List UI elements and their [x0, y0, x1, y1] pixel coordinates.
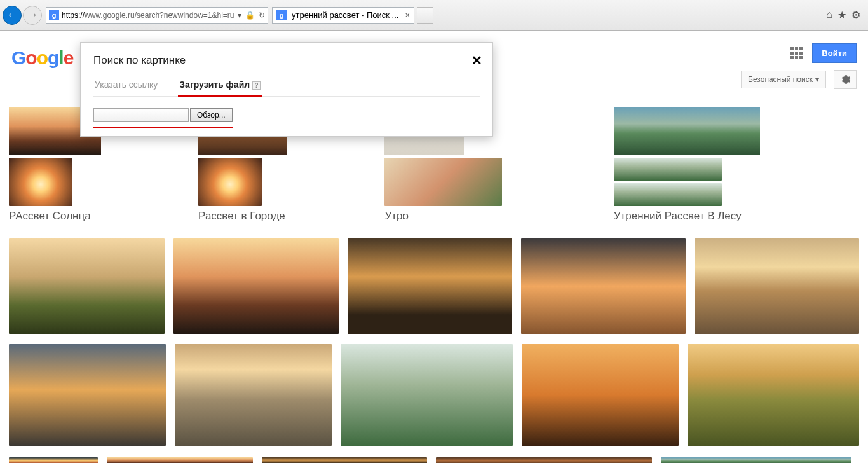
header-right: Войти [790, 43, 857, 63]
safe-search-dropdown[interactable]: Безопасный поиск▾ [741, 71, 826, 88]
signin-button[interactable]: Войти [812, 43, 857, 63]
highlight-underline [93, 127, 233, 128]
nav-forward-button[interactable]: → [23, 6, 42, 25]
refresh-icon[interactable]: ↻ [259, 11, 265, 20]
related-thumb[interactable] [198, 158, 262, 206]
related-thumb[interactable] [384, 158, 502, 206]
image-result[interactable] [661, 457, 851, 463]
dialog-tabs: Указать ссылку Загрузить файл? [93, 76, 480, 97]
related-thumb[interactable] [9, 158, 72, 206]
tab-paste-url[interactable]: Указать ссылку [93, 76, 159, 96]
image-results: РАссвет Солнца Рассвет в Городе Утро [0, 100, 868, 463]
settings-gear-button[interactable] [834, 70, 857, 89]
home-icon[interactable]: ⌂ [826, 9, 832, 21]
apps-grid-icon[interactable] [790, 47, 803, 60]
caret-down-icon: ▾ [815, 75, 819, 84]
tab-upload-file[interactable]: Загрузить файл? [178, 76, 262, 96]
url-text: https://www.google.ru/search?newwindow=1… [62, 11, 235, 20]
address-bar-icons: ▾ 🔒 ↻ [238, 11, 265, 20]
tab-title: утренний рассвет - Поиск ... [292, 10, 398, 20]
image-row [9, 457, 859, 463]
image-result[interactable] [341, 344, 513, 446]
image-result[interactable] [173, 238, 338, 334]
related-thumb[interactable] [614, 183, 722, 206]
favorites-icon[interactable]: ★ [837, 9, 846, 21]
lock-icon[interactable]: 🔒 [245, 11, 255, 20]
browser-toolbar: ← → g https://www.google.ru/search?newwi… [0, 0, 868, 31]
dialog-close-icon[interactable]: ✕ [471, 53, 482, 68]
new-tab-button[interactable] [417, 7, 433, 24]
image-row [9, 238, 859, 334]
tab-close-icon[interactable]: × [405, 10, 410, 20]
image-result[interactable] [107, 457, 253, 463]
image-result[interactable] [695, 238, 859, 334]
image-result[interactable] [436, 457, 652, 463]
tab-favicon-icon: g [276, 10, 287, 20]
tools-icon[interactable]: ⚙ [851, 9, 860, 21]
image-result[interactable] [9, 238, 165, 334]
image-result[interactable] [9, 457, 98, 463]
related-thumb[interactable] [614, 158, 722, 181]
image-result[interactable] [348, 238, 512, 334]
google-logo[interactable]: Google [11, 47, 73, 69]
browser-right-icons: ⌂ ★ ⚙ [826, 9, 865, 21]
browse-button[interactable]: Обзор... [190, 108, 233, 122]
image-result[interactable] [175, 344, 332, 446]
upload-controls: Обзор... [93, 108, 335, 122]
image-result[interactable] [688, 344, 859, 446]
related-label: РАссвет Солнца [9, 210, 160, 223]
favicon-icon: g [49, 10, 59, 20]
browser-tab[interactable]: g утренний рассвет - Поиск ... × [272, 7, 414, 24]
related-group[interactable]: Утренний Рассвет В Лесу [614, 107, 859, 223]
search-by-image-dialog: Поиск по картинке ✕ Указать ссылку Загру… [80, 42, 493, 137]
related-label: Рассвет в Городе [198, 210, 346, 223]
related-label: Утренний Рассвет В Лесу [614, 210, 859, 223]
image-result[interactable] [9, 344, 166, 446]
image-row [9, 344, 859, 446]
dialog-title: Поиск по картинке [93, 54, 480, 67]
nav-back-button[interactable]: ← [3, 6, 22, 25]
address-bar[interactable]: g https://www.google.ru/search?newwindow… [46, 7, 268, 24]
image-result[interactable] [522, 344, 679, 446]
dropdown-icon[interactable]: ▾ [238, 11, 241, 20]
image-result[interactable] [262, 457, 427, 463]
file-path-input[interactable] [93, 108, 189, 122]
help-icon[interactable]: ? [252, 81, 261, 90]
related-label: Утро [384, 210, 575, 223]
image-result[interactable] [521, 238, 686, 334]
related-thumb[interactable] [614, 107, 760, 155]
search-tools-row: Безопасный поиск▾ [741, 70, 857, 89]
